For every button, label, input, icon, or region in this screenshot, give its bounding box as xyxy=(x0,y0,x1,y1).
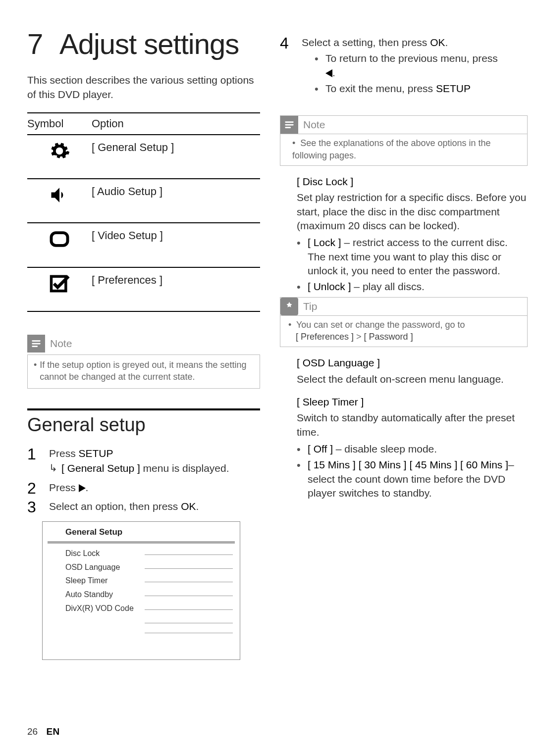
menu-item: Disc Lock xyxy=(65,547,233,560)
bullet-dot: • xyxy=(292,138,300,148)
step-4-text: Select a setting, then press xyxy=(302,37,430,48)
checkbox-icon xyxy=(49,285,70,297)
sleep-off-item: [ Off ] – disable sleep mode. xyxy=(297,442,528,456)
menu-item-empty xyxy=(65,615,233,625)
disc-lock-heading: [ Disc Lock ] xyxy=(280,175,528,189)
intro-text: This section describes the various setti… xyxy=(27,73,260,101)
step-3: Select an option, then press OK. xyxy=(27,500,260,513)
page-number: 26 xyxy=(27,726,38,737)
sleep-body: Switch to standby automatically after th… xyxy=(280,411,528,439)
ok-label: OK xyxy=(181,501,196,512)
note-callout-right: Note • See the explanations of the above… xyxy=(280,115,528,166)
table-option-general: [ General Setup ] xyxy=(92,135,260,179)
chapter-title: Adjust settings xyxy=(59,28,239,60)
menu-item: DivX(R) VOD Code xyxy=(65,602,233,615)
menu-screenshot: General Setup Disc Lock OSD Language Sle… xyxy=(42,521,240,660)
step-2-text: Press xyxy=(49,482,79,493)
page-footer: 26 EN xyxy=(27,725,60,738)
step-1-sub-text: menu is displayed. xyxy=(140,462,229,474)
step-4-sub-1: To return to the previous menu, press . xyxy=(315,51,528,80)
sleep-heading: [ Sleep Timer ] xyxy=(280,395,528,409)
step-1-text: Press xyxy=(49,448,79,459)
table-option-video: [ Video Setup ] xyxy=(92,223,260,267)
tip-line1: You can set or change the password, go t… xyxy=(296,320,465,330)
result-arrow-icon: ↳ xyxy=(49,461,57,475)
table-option-audio: [ Audio Setup ] xyxy=(92,179,260,223)
svg-rect-0 xyxy=(52,233,68,246)
step-3-text: Select an option, then press xyxy=(49,501,181,512)
bullet-dot: • xyxy=(34,359,37,371)
col-header-option: Option xyxy=(92,113,260,135)
menu-item: Sleep Timer xyxy=(65,574,233,588)
triangle-right-icon xyxy=(79,484,86,492)
step-2: Press . xyxy=(27,481,260,495)
note-text: If the setup option is greyed out, it me… xyxy=(40,359,254,383)
disc-lock-unlock-item: [ Unlock ] – play all discs. xyxy=(297,280,528,294)
menu-item-empty xyxy=(65,625,233,635)
menu-shot-title: General Setup xyxy=(43,522,240,541)
gear-icon xyxy=(49,152,70,164)
sleep-durations-item: [ 15 Mins ] [ 30 Mins ] [ 45 Mins ] [ 60… xyxy=(297,458,528,500)
tip-password-label: [ Password ] xyxy=(364,332,413,342)
note-callout-left: Note • If the setup option is greyed out… xyxy=(27,335,260,389)
menu-item: OSD Language xyxy=(65,560,233,574)
screen-icon xyxy=(49,241,70,252)
table-option-preferences: [ Preferences ] xyxy=(92,267,260,311)
setup-label: SETUP xyxy=(436,83,471,94)
tip-title: Tip xyxy=(303,300,317,313)
step-4: Select a setting, then press OK. To retu… xyxy=(280,36,528,96)
general-setup-label: [ General Setup ] xyxy=(61,462,140,474)
note-icon xyxy=(27,335,45,353)
osd-body: Select the default on-screen menu langua… xyxy=(280,372,528,386)
note-text: See the explanations of the above option… xyxy=(292,138,491,160)
step-4-sub-2: To exit the menu, press SETUP xyxy=(315,82,528,96)
note-icon xyxy=(280,116,298,134)
step-1: Press SETUP ↳ [ General Setup ] menu is … xyxy=(27,447,260,476)
triangle-left-icon xyxy=(325,69,332,77)
bullet-dot: • xyxy=(288,320,296,330)
chapter-heading: 7Adjust settings xyxy=(27,25,260,63)
chapter-number: 7 xyxy=(27,25,59,63)
osd-heading: [ OSD Language ] xyxy=(280,356,528,370)
page-language: EN xyxy=(46,726,59,737)
symbol-option-table: Symbol Option [ General Setup ] xyxy=(27,112,260,312)
speaker-icon xyxy=(49,197,70,208)
tip-pref-label: [ Preferences ] xyxy=(296,332,354,342)
general-setup-heading: General setup xyxy=(27,408,260,438)
disc-lock-lock-item: [ Lock ] – restrict access to the curren… xyxy=(297,236,528,278)
tip-callout: Tip • You can set or change the password… xyxy=(280,297,528,348)
disc-lock-body: Set play restriction for a specific disc… xyxy=(280,191,528,233)
menu-item: Auto Standby xyxy=(65,588,233,602)
ok-label: OK xyxy=(430,37,445,48)
col-header-symbol: Symbol xyxy=(27,113,92,135)
note-title: Note xyxy=(50,337,72,351)
tip-icon xyxy=(280,298,298,315)
note-title: Note xyxy=(303,118,325,132)
setup-label: SETUP xyxy=(79,448,113,459)
svg-rect-1 xyxy=(52,276,66,291)
